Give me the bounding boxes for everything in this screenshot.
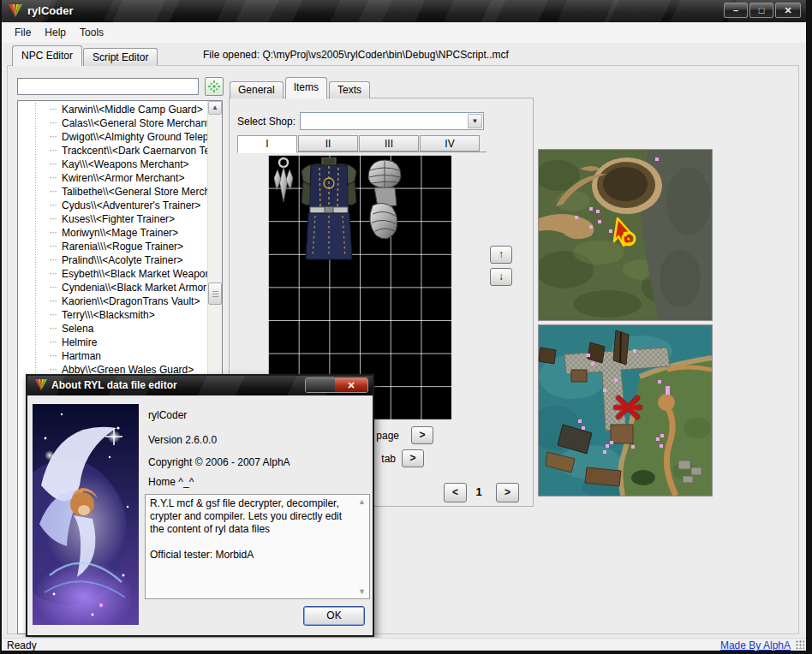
ok-button[interactable]: OK <box>303 606 365 626</box>
tree-item[interactable]: Trackcent\\<Dark Caernarvon Tele <box>18 144 208 158</box>
about-copyright: Copyright © 2006 - 2007 AlphA <box>148 456 290 468</box>
titlebar-stripes <box>0 0 812 22</box>
about-artwork-image <box>33 404 139 625</box>
tree-item[interactable]: Kuses\\<Fighter Trainer> <box>18 212 208 226</box>
title-bar[interactable]: rylCoder – □ ✕ <box>0 0 812 22</box>
close-button[interactable]: ✕ <box>775 3 801 18</box>
app-logo-icon <box>7 3 24 19</box>
tree-item[interactable]: Kay\\\<Weapons Merchant> <box>18 158 208 171</box>
menu-item-file[interactable]: File <box>8 24 38 41</box>
select-shop-label: Select Shop: <box>237 116 296 128</box>
minimap-overworld[interactable] <box>538 149 713 321</box>
tab-general[interactable]: General <box>230 81 284 98</box>
window-border-right <box>806 0 812 654</box>
npc-tree: Karwin\\<Middle Camp Guard>Calas\\<Gener… <box>18 103 208 377</box>
about-description-text: R.Y.L mcf & gsf file decrypter, decompil… <box>150 497 351 562</box>
tree-item[interactable]: Esybeth\\<Black Market Weapons I <box>18 267 208 281</box>
tree-item[interactable]: Hartman <box>18 349 208 363</box>
app-logo-icon <box>33 378 49 392</box>
tab-texts[interactable]: Texts <box>329 81 370 98</box>
tree-item[interactable]: Rarenia\\\<Rogue Trainer> <box>18 240 208 253</box>
scrollbar-thumb[interactable] <box>208 282 222 305</box>
about-window-buttons: ✕ <box>305 378 368 393</box>
maximize-button[interactable]: □ <box>749 3 773 18</box>
dropdown-arrow-icon[interactable]: ▼ <box>468 114 482 128</box>
inner-tab-strip: GeneralItemsTexts <box>230 78 372 98</box>
tree-item[interactable]: Cyndenia\\<Black Market Armor De <box>18 281 208 294</box>
npc-search-input[interactable] <box>17 78 199 95</box>
about-title-bar[interactable]: About RYL data file editor ✕ <box>27 376 373 395</box>
menu-item-help[interactable]: Help <box>38 24 73 41</box>
tree-item[interactable]: Pralind\\\<Acolyte Trainer> <box>18 253 208 267</box>
about-inactive-button[interactable] <box>306 378 335 392</box>
desc-scroll-down-icon[interactable]: ▼ <box>358 587 366 596</box>
tree-item[interactable]: Calas\\<General Store Merchant> <box>18 116 208 130</box>
menu-bar: FileHelpTools <box>2 22 806 43</box>
shop-section-tabs: IIIIIIIV <box>237 135 481 153</box>
shop-section-tab-iii[interactable]: III <box>359 135 419 152</box>
tree-item[interactable]: Terry\\\<Blacksmith> <box>18 308 208 322</box>
tree-item[interactable]: Dwigot\\<Almighty Ground Teleport <box>18 130 208 144</box>
tree-item[interactable]: Cydus\\<Adventurer's Trainer> <box>18 199 208 212</box>
tree-item[interactable]: Selena <box>18 322 208 336</box>
window-border-left <box>0 0 2 654</box>
menu-item-tools[interactable]: Tools <box>73 24 110 41</box>
about-close-button[interactable]: ✕ <box>335 378 367 392</box>
move-item-up-button[interactable]: ↑ <box>490 246 512 264</box>
tree-item[interactable]: Kaorien\\<DragonTrans Vault> <box>18 294 208 308</box>
tree-item[interactable]: Karwin\\<Middle Camp Guard> <box>18 103 208 116</box>
page-action-label: page <box>375 430 399 442</box>
tab-action-label: tab <box>375 453 396 465</box>
tree-item[interactable]: Talibethe\\<General Store Merchan <box>18 185 208 199</box>
tab-action-button[interactable]: > <box>402 449 424 467</box>
crosshair-icon <box>207 80 221 93</box>
window-title: rylCoder <box>27 4 73 17</box>
next-page-button[interactable]: > <box>496 483 519 502</box>
tab-npc-editor[interactable]: NPC Editor <box>12 45 82 66</box>
prev-page-button[interactable]: < <box>444 483 467 502</box>
item-icon-armor[interactable] <box>300 158 358 262</box>
item-icon-gauntlet[interactable] <box>361 158 407 245</box>
app-window: rylCoder – □ ✕ FileHelpTools NPC EditorS… <box>0 0 812 654</box>
about-description-box: R.Y.L mcf & gsf file decrypter, decompil… <box>145 494 370 599</box>
move-item-down-button[interactable]: ↓ <box>490 268 512 286</box>
file-opened-label: File opened: Q:\myProj\vs2005\rylCoder\b… <box>203 49 509 61</box>
shop-combobox[interactable]: ▼ <box>300 112 484 130</box>
tab-script-editor[interactable]: Script Editor <box>83 48 158 66</box>
main-tab-strip: NPC EditorScript Editor <box>12 46 158 66</box>
locate-npc-button[interactable] <box>205 77 224 96</box>
page-action-button[interactable]: > <box>411 426 433 444</box>
tree-item[interactable]: Moriwyn\\<Mage Trainer> <box>18 226 208 240</box>
tree-item[interactable]: Kwiren\\<Armor Merchant> <box>18 171 208 185</box>
tab-items[interactable]: Items <box>285 77 327 98</box>
minimap-harbor[interactable] <box>538 324 713 496</box>
resize-grip[interactable] <box>796 640 804 649</box>
made-by-link[interactable]: Made By AlphA <box>720 639 791 651</box>
shop-section-tab-ii[interactable]: II <box>298 135 358 152</box>
page-number: 1 <box>472 485 486 498</box>
about-dialog: About RYL data file editor ✕ <box>26 374 374 637</box>
about-version: Version 2.6.0.0 <box>148 434 217 446</box>
minimize-button[interactable]: – <box>724 3 748 18</box>
scroll-up-button[interactable]: ▲ <box>208 101 222 115</box>
shop-section-tab-i[interactable]: I <box>237 135 297 153</box>
tree-item[interactable]: Helmire <box>18 336 208 349</box>
about-app-name: rylCoder <box>148 409 187 421</box>
item-icon-pendant[interactable] <box>272 157 296 206</box>
shop-section-tab-iv[interactable]: IV <box>420 135 480 152</box>
about-home-link[interactable]: Home ^_^ <box>148 476 194 488</box>
status-bar: Ready Made By AlphA <box>2 638 806 651</box>
about-dialog-title: About RYL data file editor <box>51 379 177 391</box>
status-text: Ready <box>7 639 37 651</box>
window-border-bottom <box>2 651 806 654</box>
desc-scroll-up-icon[interactable]: ▲ <box>358 497 366 506</box>
